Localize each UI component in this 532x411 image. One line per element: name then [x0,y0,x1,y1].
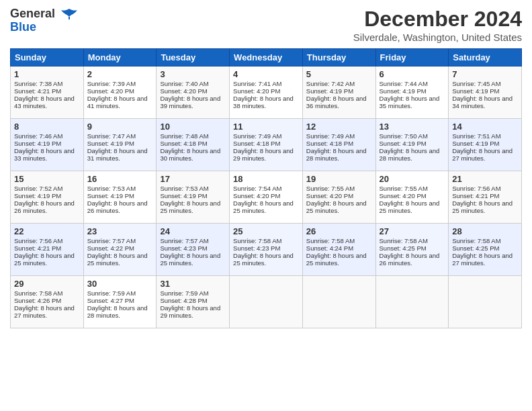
day-number: 23 [87,226,153,236]
sunset: Sunset: 4:18 PM [233,140,280,147]
calendar-cell: 25Sunrise: 7:58 AMSunset: 4:23 PMDayligh… [230,224,303,276]
sunrise: Sunrise: 7:58 AM [452,237,500,244]
sunset: Sunset: 4:23 PM [233,244,280,252]
calendar-cell: 2Sunrise: 7:39 AMSunset: 4:20 PMDaylight… [83,66,157,119]
sunset: Sunset: 4:19 PM [380,87,427,95]
daylight: Daylight: 8 hours and 25 minutes. [87,252,148,267]
daylight: Daylight: 8 hours and 27 minutes. [14,304,75,319]
sunset: Sunset: 4:20 PM [306,192,353,199]
daylight: Daylight: 8 hours and 25 minutes. [306,252,367,267]
sunset: Sunset: 4:22 PM [87,244,134,252]
page-container: General Blue December 2024 Silverdale, W… [0,0,532,332]
header: General Blue December 2024 Silverdale, W… [10,7,522,43]
sunset: Sunset: 4:20 PM [160,87,207,95]
logo-general: General [10,7,55,20]
day-number: 9 [87,122,153,132]
calendar-cell: 12Sunrise: 7:49 AMSunset: 4:18 PMDayligh… [302,119,375,171]
calendar-body: 1Sunrise: 7:38 AMSunset: 4:21 PMDaylight… [11,66,522,328]
calendar-cell: 28Sunrise: 7:58 AMSunset: 4:25 PMDayligh… [449,224,522,276]
calendar-cell: 23Sunrise: 7:57 AMSunset: 4:22 PMDayligh… [83,224,157,276]
sunrise: Sunrise: 7:38 AM [14,80,62,87]
sunrise: Sunrise: 7:59 AM [160,289,208,297]
sunset: Sunset: 4:19 PM [14,140,61,147]
daylight: Daylight: 8 hours and 26 minutes. [380,252,440,267]
calendar-header-wednesday: Wednesday [230,49,303,66]
day-number: 17 [160,174,226,184]
daylight: Daylight: 8 hours and 35 minutes. [380,95,440,109]
day-number: 6 [380,69,445,79]
calendar-cell: 22Sunrise: 7:56 AMSunset: 4:21 PMDayligh… [11,224,84,276]
sunrise: Sunrise: 7:39 AM [87,80,136,87]
day-number: 13 [380,122,445,132]
daylight: Daylight: 8 hours and 30 minutes. [160,147,220,162]
calendar-cell: 9Sunrise: 7:47 AMSunset: 4:19 PMDaylight… [83,119,157,171]
calendar-cell: 4Sunrise: 7:41 AMSunset: 4:20 PMDaylight… [230,66,303,119]
sunset: Sunset: 4:18 PM [306,140,353,147]
sunrise: Sunrise: 7:58 AM [380,237,428,244]
sunset: Sunset: 4:19 PM [87,140,134,147]
calendar-header-sunday: Sunday [11,49,84,66]
daylight: Daylight: 8 hours and 25 minutes. [452,199,513,214]
title-area: December 2024 Silverdale, Washington, Un… [353,7,522,43]
sunset: Sunset: 4:23 PM [160,244,207,252]
daylight: Daylight: 8 hours and 41 minutes. [87,95,148,109]
sunrise: Sunrise: 7:42 AM [306,80,355,87]
calendar-cell: 16Sunrise: 7:53 AMSunset: 4:19 PMDayligh… [83,171,157,224]
day-number: 24 [160,226,226,236]
day-number: 8 [14,122,80,132]
daylight: Daylight: 8 hours and 29 minutes. [160,304,220,319]
sunset: Sunset: 4:20 PM [87,87,134,95]
calendar-header-monday: Monday [83,49,157,66]
sunrise: Sunrise: 7:47 AM [87,132,136,140]
sunrise: Sunrise: 7:40 AM [160,80,208,87]
sunrise: Sunrise: 7:54 AM [233,185,281,192]
calendar-cell: 29Sunrise: 7:58 AMSunset: 4:26 PMDayligh… [11,276,84,328]
calendar-header-tuesday: Tuesday [157,49,230,66]
sunset: Sunset: 4:20 PM [380,192,427,199]
sunset: Sunset: 4:25 PM [380,244,427,252]
day-number: 2 [87,69,153,79]
sunrise: Sunrise: 7:53 AM [160,185,208,192]
calendar-cell: 18Sunrise: 7:54 AMSunset: 4:20 PMDayligh… [230,171,303,224]
day-number: 31 [160,279,226,289]
sunrise: Sunrise: 7:56 AM [452,185,500,192]
calendar-week-row: 15Sunrise: 7:52 AMSunset: 4:19 PMDayligh… [11,171,522,224]
sunrise: Sunrise: 7:52 AM [14,185,62,192]
daylight: Daylight: 8 hours and 26 minutes. [87,199,148,214]
sunset: Sunset: 4:26 PM [14,297,61,304]
day-number: 20 [380,174,445,184]
sunset: Sunset: 4:24 PM [306,244,353,252]
sunrise: Sunrise: 7:44 AM [380,80,428,87]
daylight: Daylight: 8 hours and 25 minutes. [14,252,75,267]
logo: General Blue [10,7,79,34]
sunrise: Sunrise: 7:57 AM [87,237,136,244]
calendar-cell: 11Sunrise: 7:49 AMSunset: 4:18 PMDayligh… [230,119,303,171]
sunrise: Sunrise: 7:49 AM [306,132,355,140]
sunrise: Sunrise: 7:50 AM [380,132,428,140]
calendar-cell: 24Sunrise: 7:57 AMSunset: 4:23 PMDayligh… [157,224,230,276]
day-number: 22 [14,226,80,236]
logo-blue: Blue [10,20,79,34]
daylight: Daylight: 8 hours and 25 minutes. [306,199,367,214]
calendar-header-friday: Friday [375,49,449,66]
sunrise: Sunrise: 7:56 AM [14,237,62,244]
sunrise: Sunrise: 7:46 AM [14,132,62,140]
day-number: 3 [160,69,226,79]
calendar-cell: 31Sunrise: 7:59 AMSunset: 4:28 PMDayligh… [157,276,230,328]
day-number: 1 [14,69,80,79]
sunrise: Sunrise: 7:41 AM [233,80,281,87]
daylight: Daylight: 8 hours and 29 minutes. [233,147,294,162]
sunset: Sunset: 4:18 PM [160,140,207,147]
sunset: Sunset: 4:21 PM [14,87,61,95]
calendar-cell [449,276,522,328]
calendar-cell: 6Sunrise: 7:44 AMSunset: 4:19 PMDaylight… [375,66,449,119]
calendar-cell: 13Sunrise: 7:50 AMSunset: 4:19 PMDayligh… [375,119,449,171]
day-number: 18 [233,174,299,184]
location-title: Silverdale, Washington, United States [353,32,522,43]
logo-bird-icon [60,7,79,21]
sunset: Sunset: 4:21 PM [452,192,499,199]
calendar-cell: 21Sunrise: 7:56 AMSunset: 4:21 PMDayligh… [449,171,522,224]
daylight: Daylight: 8 hours and 25 minutes. [160,199,220,214]
sunset: Sunset: 4:19 PM [14,192,61,199]
daylight: Daylight: 8 hours and 43 minutes. [14,95,75,109]
